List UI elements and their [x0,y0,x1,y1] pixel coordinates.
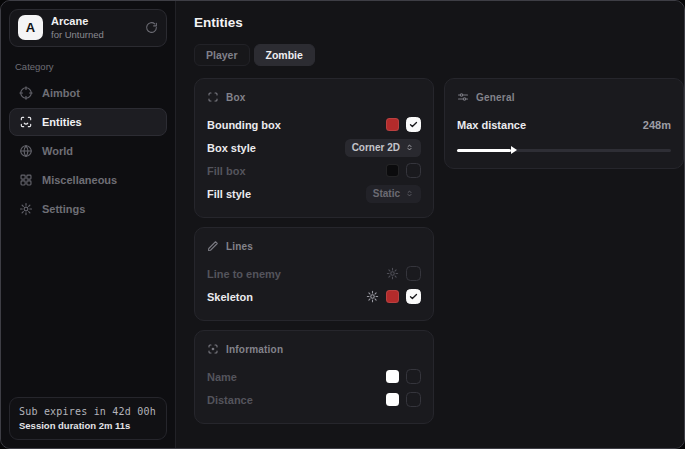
section-title: General [476,92,515,103]
row-skeleton: Skeleton [207,285,421,308]
section-title: Lines [226,241,253,252]
bounding-box-color-swatch[interactable] [386,118,399,131]
row-name: Name [207,365,421,388]
sidebar-item-label: World [42,145,73,157]
app-name: Arcane [51,15,104,29]
distance-color-swatch[interactable] [386,393,399,406]
box-style-select[interactable]: Corner 2D [345,139,421,157]
page-title: Entities [194,15,671,30]
sidebar-item-label: Miscellaneous [42,174,117,186]
name-checkbox[interactable] [406,369,421,384]
tab-player[interactable]: Player [194,44,250,66]
row-fill-style: Fill style Static [207,182,421,205]
information-card: Information Name Distance [194,330,434,424]
sliders-icon [457,91,469,103]
information-icon [207,343,219,355]
scan-icon [207,91,219,103]
sidebar-nav: Aimbot Entities World Miscellaneous [9,79,167,223]
section-title: Information [226,344,283,355]
app-window: A Arcane for Unturned Category Aimbot [0,0,685,449]
max-distance-slider[interactable] [457,144,671,156]
sidebar-item-aimbot[interactable]: Aimbot [9,79,167,107]
section-title: Box [226,92,246,103]
category-label: Category [15,61,161,72]
sidebar-item-settings[interactable]: Settings [9,195,167,223]
chevrons-up-down-icon [405,189,414,198]
session-duration: Session duration 2m 11s [19,420,157,431]
fill-box-checkbox[interactable] [406,163,421,178]
distance-checkbox[interactable] [406,392,421,407]
slider-fill[interactable] [457,149,511,152]
sidebar-item-label: Entities [42,116,82,128]
app-subtitle: for Unturned [51,29,104,41]
pencil-line-icon [207,240,219,252]
row-distance: Distance [207,388,421,411]
line-to-enemy-settings-icon[interactable] [386,267,399,280]
gear-icon [19,202,33,216]
row-line-to-enemy: Line to enemy [207,262,421,285]
skeleton-settings-icon[interactable] [366,290,379,303]
globe-icon [19,144,33,158]
fill-style-select[interactable]: Static [366,185,421,203]
line-to-enemy-checkbox[interactable] [406,266,421,281]
sidebar-item-miscellaneous[interactable]: Miscellaneous [9,166,167,194]
chevrons-up-down-icon [405,143,414,152]
row-max-distance: Max distance 248m [457,113,671,136]
fill-box-color-swatch[interactable] [386,164,399,177]
row-bounding-box: Bounding box [207,113,421,136]
sidebar-item-label: Aimbot [42,87,80,99]
brand-card: A Arcane for Unturned [9,9,167,47]
sidebar: A Arcane for Unturned Category Aimbot [1,1,176,448]
subscription-card: Sub expires in 42d 00h Session duration … [9,397,167,440]
box-card: Box Bounding box Box style [194,78,434,218]
general-card: General Max distance 248m [444,78,684,169]
max-distance-value: 248m [643,119,671,131]
subscription-expiry: Sub expires in 42d 00h [19,406,157,417]
crosshair-icon [19,86,33,100]
row-fill-box: Fill box [207,159,421,182]
sidebar-item-world[interactable]: World [9,137,167,165]
skeleton-checkbox[interactable] [406,289,421,304]
main-panel: Entities Player Zombie Box Bounding box [176,1,684,448]
grid-icon [19,173,33,187]
logo-letter: A [26,20,35,35]
name-color-swatch[interactable] [386,370,399,383]
scan-face-icon [19,115,33,129]
skeleton-color-swatch[interactable] [386,290,399,303]
lines-card: Lines Line to enemy [194,227,434,321]
bounding-box-checkbox[interactable] [406,117,421,132]
sidebar-item-label: Settings [42,203,85,215]
app-logo: A [18,15,43,40]
tab-zombie[interactable]: Zombie [254,44,315,66]
refresh-icon[interactable] [145,21,158,34]
row-box-style: Box style Corner 2D [207,136,421,159]
entity-tabs: Player Zombie [194,44,671,66]
sidebar-item-entities[interactable]: Entities [9,108,167,136]
